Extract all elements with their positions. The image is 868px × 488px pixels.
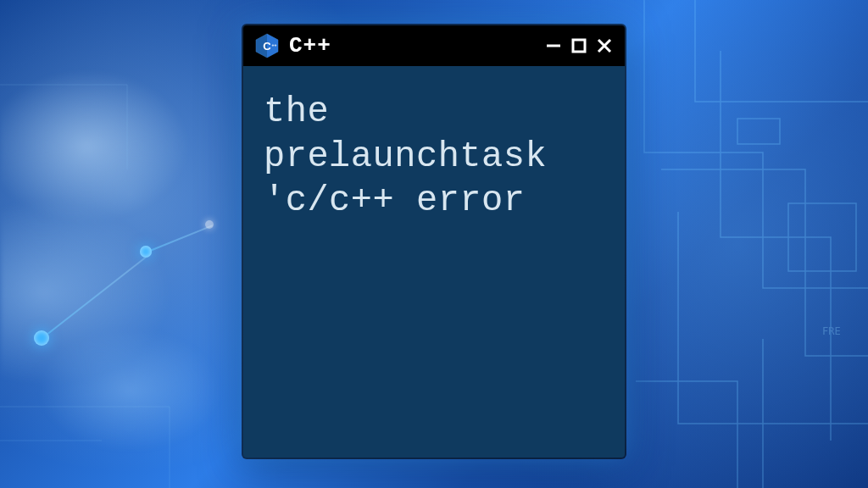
close-button[interactable] bbox=[594, 36, 615, 56]
svg-text:C: C bbox=[263, 40, 271, 53]
terminal-window: C + + C++ the prelaunchtask 'c/c++ error bbox=[243, 25, 625, 458]
cpp-logo-icon: C + + bbox=[253, 32, 281, 59]
maximize-button[interactable] bbox=[569, 36, 589, 56]
svg-text:+: + bbox=[275, 42, 277, 47]
minimize-button[interactable] bbox=[543, 36, 564, 56]
decorative-node bbox=[205, 220, 214, 229]
decorative-node bbox=[34, 330, 49, 346]
titlebar[interactable]: C + + C++ bbox=[243, 25, 625, 66]
window-controls bbox=[543, 36, 615, 56]
svg-rect-1 bbox=[737, 119, 780, 144]
window-title: C++ bbox=[289, 33, 543, 58]
decorative-node bbox=[140, 246, 152, 258]
svg-rect-9 bbox=[573, 40, 585, 52]
svg-text:FRE: FRE bbox=[822, 325, 841, 337]
terminal-content: the prelaunchtask 'c/c++ error bbox=[243, 66, 625, 247]
